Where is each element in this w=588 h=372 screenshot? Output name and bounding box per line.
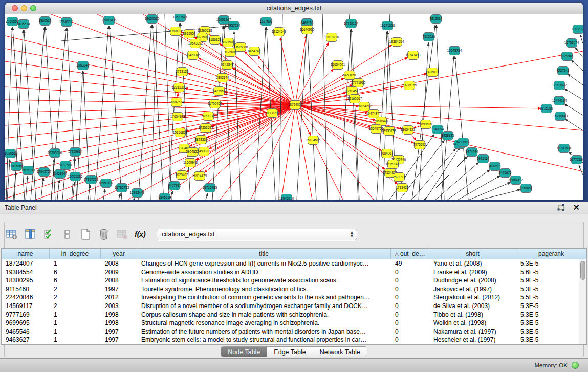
- graph-node[interactable]: 15751074: [564, 39, 579, 48]
- function-builder-icon[interactable]: f(x): [133, 227, 148, 242]
- citation-edge-black[interactable]: [110, 26, 122, 200]
- graph-node[interactable]: 16782753: [115, 184, 129, 192]
- citation-edge-black[interactable]: [436, 25, 444, 200]
- graph-node[interactable]: 9227343: [557, 67, 570, 75]
- graph-node[interactable]: 15166829: [173, 128, 188, 137]
- graph-node[interactable]: 10474877: [366, 110, 381, 118]
- graph-node[interactable]: 12923448: [130, 189, 145, 198]
- table-row[interactable]: 1456911722003Disruption of a novel membe…: [2, 302, 579, 311]
- table-row[interactable]: 977716911998Corpus callosum shape and si…: [2, 311, 579, 319]
- graph-node[interactable]: 12093822: [552, 81, 567, 90]
- memory-status-icon[interactable]: [572, 362, 579, 369]
- graph-node[interactable]: 1527602: [260, 17, 273, 26]
- citation-edge-red[interactable]: [209, 105, 295, 149]
- citation-edge-red[interactable]: [5, 36, 295, 105]
- table-row[interactable]: 1872400712008Changes of HCN gene express…: [2, 259, 579, 268]
- citation-edge-red[interactable]: [5, 105, 295, 189]
- graph-node[interactable]: 10654112: [509, 176, 523, 185]
- graph-node[interactable]: 11122334: [571, 25, 583, 34]
- citation-edge-black[interactable]: [565, 119, 583, 130]
- graph-node[interactable]: 8471676: [499, 169, 512, 178]
- citation-edge-black[interactable]: [340, 29, 351, 200]
- graph-node[interactable]: 8878334: [195, 136, 208, 144]
- graph-node[interactable]: 16914479: [192, 172, 207, 181]
- graph-node[interactable]: 8454749: [248, 47, 261, 56]
- graph-node[interactable]: 19384554: [389, 38, 404, 47]
- citation-edge-black[interactable]: [103, 189, 105, 200]
- citation-edge-black[interactable]: [564, 104, 583, 115]
- table-row[interactable]: 2242004622012Investigating the contribut…: [2, 293, 579, 302]
- graph-node[interactable]: 7975692: [413, 141, 426, 149]
- graph-node[interactable]: 13654923: [401, 126, 416, 135]
- citation-network-graph[interactable]: 2060550940557418605121336551127691406186…: [5, 14, 583, 200]
- graph-node[interactable]: 16648784: [447, 47, 462, 55]
- graph-node[interactable]: 9699695: [420, 120, 432, 129]
- tab-edge-table[interactable]: Edge Table: [267, 347, 313, 357]
- graph-node[interactable]: 13775165: [402, 81, 417, 90]
- citation-edge-black[interactable]: [41, 178, 43, 200]
- graph-node[interactable]: 16671358: [380, 21, 395, 30]
- network-window-titlebar[interactable]: citations_edges.txt: [5, 3, 583, 14]
- table-row[interactable]: 1938455462009Genome-wide association stu…: [2, 268, 579, 277]
- citation-edge-red[interactable]: [5, 105, 295, 164]
- citation-edge-black[interactable]: [579, 165, 583, 175]
- citation-edge-red[interactable]: [5, 105, 295, 113]
- column-header-name[interactable]: name: [2, 249, 50, 259]
- tab-network-table[interactable]: Network Table: [313, 347, 367, 357]
- graph-node[interactable]: 1840994: [431, 125, 444, 134]
- citation-edge-red[interactable]: [295, 105, 374, 200]
- graph-node[interactable]: 9474444: [466, 148, 478, 157]
- graph-node[interactable]: 7957224: [228, 21, 241, 30]
- citation-edge-black[interactable]: [57, 180, 59, 200]
- scrollbar-thumb[interactable]: [580, 261, 585, 280]
- graph-node[interactable]: 11609948: [183, 159, 198, 167]
- graph-node[interactable]: 9197588: [59, 161, 72, 170]
- graph-node[interactable]: 8210457: [346, 87, 359, 96]
- graph-node[interactable]: 8813014: [430, 15, 443, 24]
- graph-node[interactable]: 16107534: [169, 98, 184, 107]
- new-table-icon[interactable]: [78, 227, 93, 242]
- graph-node[interactable]: 9427552: [213, 87, 226, 96]
- graph-node[interactable]: 7515526: [423, 33, 435, 41]
- graph-node[interactable]: 9457791: [168, 182, 181, 190]
- table-row[interactable]: 1830029562008Estimation of significance …: [2, 276, 579, 285]
- graph-node[interactable]: 18945610: [279, 194, 294, 200]
- delete-table-icon[interactable]: [96, 227, 112, 242]
- select-column-icon[interactable]: [23, 227, 38, 242]
- citation-edge-black[interactable]: [206, 193, 208, 200]
- citation-edge-red[interactable]: [295, 105, 541, 108]
- graph-node[interactable]: 16640910: [300, 26, 315, 34]
- citation-edge-red[interactable]: [5, 105, 295, 138]
- citation-edge-black[interactable]: [455, 56, 468, 200]
- citation-edge-black[interactable]: [212, 26, 223, 200]
- citation-edge-black[interactable]: [477, 190, 520, 200]
- graph-node[interactable]: 1860512: [39, 17, 52, 26]
- graph-node[interactable]: 18616427: [374, 117, 389, 126]
- table-selector-dropdown[interactable]: citations_edges.txt ▲▼: [157, 229, 357, 240]
- graph-node[interactable]: 7625402: [176, 171, 188, 180]
- citation-edge-black[interactable]: [564, 89, 583, 100]
- hub-node[interactable]: 18724007: [288, 101, 303, 110]
- graph-node[interactable]: 22420046: [186, 51, 201, 60]
- graph-node[interactable]: 16210643: [553, 112, 568, 121]
- column-header-in_degree[interactable]: in_degree: [50, 249, 101, 259]
- graph-node[interactable]: 16151320: [386, 160, 401, 169]
- graph-node[interactable]: 9267130: [202, 112, 215, 121]
- graph-node[interactable]: 18300295: [265, 109, 280, 118]
- citation-edge-black[interactable]: [26, 176, 28, 200]
- graph-node[interactable]: 2803144: [216, 74, 229, 82]
- citation-edge-black[interactable]: [580, 34, 583, 43]
- float-panel-icon[interactable]: [557, 204, 565, 212]
- graph-node[interactable]: 18955798: [382, 127, 397, 136]
- graph-node[interactable]: 9845610: [159, 193, 171, 200]
- graph-node[interactable]: 11700460: [208, 100, 222, 108]
- table-vertical-scrollbar[interactable]: [579, 259, 586, 344]
- citation-edge-red[interactable]: [5, 49, 295, 105]
- table-row[interactable]: 911546021997Tourette syndrome. Phenomeno…: [2, 285, 579, 294]
- graph-node[interactable]: 12103504: [557, 144, 572, 153]
- citation-edge-black[interactable]: [308, 29, 316, 200]
- graph-node[interactable]: 12444194: [552, 97, 567, 105]
- graph-node[interactable]: 15716485: [203, 184, 217, 192]
- table-row[interactable]: 946554611997Estimation of the future num…: [2, 327, 579, 336]
- graph-node[interactable]: 6791919: [457, 138, 470, 147]
